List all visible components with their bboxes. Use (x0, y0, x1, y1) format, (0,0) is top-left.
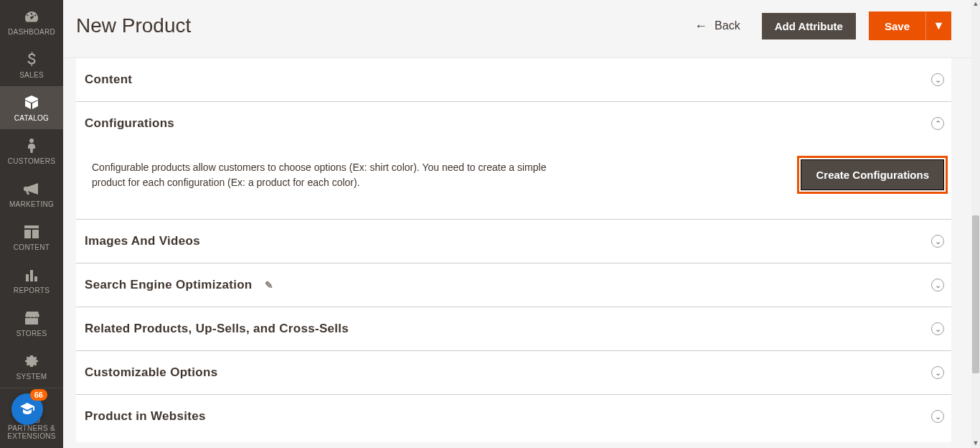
gear-icon (3, 353, 60, 369)
sidebar-item-label: MARKETING (9, 200, 54, 208)
chevron-up-icon: ⌃ (931, 117, 944, 130)
section-content: Content ⌄ (76, 58, 951, 102)
sidebar-item-reports[interactable]: REPORTS (0, 258, 63, 302)
create-configurations-button[interactable]: Create Configurations (801, 159, 944, 190)
gauge-icon (3, 9, 60, 24)
save-button-group: Save ▼ (869, 11, 951, 40)
section-related-header[interactable]: Related Products, Up-Sells, and Cross-Se… (76, 307, 951, 350)
configurations-body: Configurable products allow customers to… (76, 145, 951, 219)
add-attribute-button[interactable]: Add Attribute (762, 13, 856, 39)
section-content-header[interactable]: Content ⌄ (76, 58, 951, 101)
section-seo: Search Engine Optimization ✎ ⌄ (76, 263, 951, 307)
scrollbar-thumb[interactable] (972, 215, 979, 373)
chevron-down-icon: ⌄ (931, 279, 944, 291)
pencil-icon: ✎ (265, 279, 273, 291)
layout-icon (3, 224, 60, 240)
back-label: Back (715, 19, 740, 32)
admin-sidebar: DASHBOARD SALES CATALOG CUSTOMERS MARKET… (0, 0, 63, 448)
section-title: Product in Websites (85, 409, 206, 424)
sidebar-item-label: CONTENT (14, 243, 50, 251)
page-title: New Product (76, 14, 191, 37)
save-button[interactable]: Save (869, 11, 925, 40)
sidebar-item-label: REPORTS (14, 286, 50, 294)
arrow-left-icon: ← (694, 19, 707, 34)
sidebar-item-label: STORES (17, 330, 47, 337)
main-content: New Product ← Back Add Attribute Save ▼ … (63, 0, 971, 448)
section-websites-header[interactable]: Product in Websites ⌄ (76, 395, 951, 428)
section-images: Images And Videos ⌄ (76, 220, 951, 263)
section-customizable: Customizable Options ⌄ (76, 351, 951, 395)
sidebar-item-system[interactable]: SYSTEM (0, 345, 63, 388)
section-customizable-header[interactable]: Customizable Options ⌄ (76, 351, 951, 394)
page-scrollbar[interactable]: ▲ ▼ (971, 0, 980, 448)
sidebar-item-stores[interactable]: STORES (0, 302, 63, 345)
section-seo-header[interactable]: Search Engine Optimization ✎ ⌄ (76, 263, 951, 307)
caret-down-icon: ▼ (933, 19, 945, 32)
sidebar-item-label: CUSTOMERS (8, 157, 55, 165)
section-configurations-header[interactable]: Configurations ⌃ (76, 102, 951, 145)
configurations-description: Configurable products allow customers to… (92, 160, 580, 190)
sidebar-item-customers[interactable]: CUSTOMERS (0, 129, 63, 172)
section-title: Content (85, 73, 132, 87)
scroll-down-icon: ▼ (971, 439, 980, 448)
sidebar-item-label: CATALOG (14, 114, 49, 122)
help-bubble[interactable]: 66 (11, 393, 43, 425)
section-images-header[interactable]: Images And Videos ⌄ (76, 220, 951, 263)
sidebar-item-label: DASHBOARD (8, 28, 55, 36)
box-icon (3, 95, 60, 111)
header-actions: ← Back Add Attribute Save ▼ (694, 11, 951, 40)
chevron-down-icon: ⌄ (931, 73, 944, 86)
section-title: Images And Videos (85, 234, 200, 248)
sidebar-item-marketing[interactable]: MARKETING (0, 172, 63, 215)
graduation-cap-icon (19, 401, 35, 417)
sidebar-item-catalog[interactable]: CATALOG (0, 86, 63, 129)
chevron-down-icon: ⌄ (931, 235, 944, 248)
bars-icon (3, 267, 60, 283)
section-related: Related Products, Up-Sells, and Cross-Se… (76, 307, 951, 351)
back-button[interactable]: ← Back (694, 19, 740, 34)
sidebar-item-label: SALES (19, 71, 44, 79)
section-title-text: Search Engine Optimization (85, 278, 253, 291)
section-title: Related Products, Up-Sells, and Cross-Se… (85, 322, 349, 336)
page-header: New Product ← Back Add Attribute Save ▼ (63, 0, 971, 58)
scroll-up-icon: ▲ (971, 0, 980, 9)
storefront-icon (3, 310, 60, 326)
chevron-down-icon: ⌄ (931, 366, 944, 379)
section-configurations: Configurations ⌃ Configurable products a… (76, 102, 951, 220)
section-websites: Product in Websites ⌄ (76, 395, 951, 428)
help-badge-count: 66 (30, 389, 47, 401)
section-title: Customizable Options (85, 365, 217, 380)
chevron-down-icon: ⌄ (931, 322, 944, 335)
chevron-down-icon: ⌄ (931, 410, 944, 423)
section-title: Search Engine Optimization ✎ (85, 278, 273, 292)
sidebar-item-sales[interactable]: SALES (0, 43, 63, 86)
megaphone-icon (3, 181, 60, 197)
sidebar-item-content[interactable]: CONTENT (0, 215, 63, 258)
dollar-icon (3, 52, 60, 67)
sidebar-item-label: SYSTEM (17, 373, 47, 381)
product-form: Content ⌄ Configurations ⌃ Configurable … (76, 58, 951, 442)
person-icon (3, 138, 60, 154)
section-title: Configurations (85, 116, 174, 131)
sidebar-item-dashboard[interactable]: DASHBOARD (0, 0, 63, 43)
save-dropdown-toggle[interactable]: ▼ (925, 11, 951, 40)
